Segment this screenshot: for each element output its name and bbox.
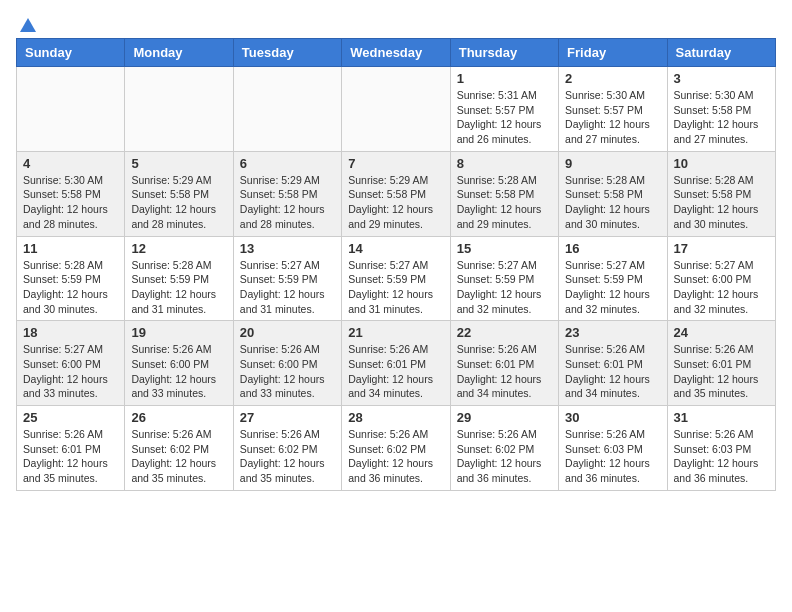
- calendar-cell: 30Sunrise: 5:26 AM Sunset: 6:03 PM Dayli…: [559, 406, 667, 491]
- calendar-cell: 18Sunrise: 5:27 AM Sunset: 6:00 PM Dayli…: [17, 321, 125, 406]
- day-number: 29: [457, 410, 552, 425]
- day-info: Sunrise: 5:27 AM Sunset: 5:59 PM Dayligh…: [565, 258, 660, 317]
- day-info: Sunrise: 5:26 AM Sunset: 6:02 PM Dayligh…: [348, 427, 443, 486]
- day-number: 10: [674, 156, 769, 171]
- day-header-monday: Monday: [125, 39, 233, 67]
- day-info: Sunrise: 5:30 AM Sunset: 5:57 PM Dayligh…: [565, 88, 660, 147]
- day-number: 11: [23, 241, 118, 256]
- day-header-sunday: Sunday: [17, 39, 125, 67]
- day-number: 16: [565, 241, 660, 256]
- day-info: Sunrise: 5:28 AM Sunset: 5:58 PM Dayligh…: [565, 173, 660, 232]
- calendar-cell: [342, 67, 450, 152]
- day-number: 14: [348, 241, 443, 256]
- day-number: 9: [565, 156, 660, 171]
- day-number: 6: [240, 156, 335, 171]
- day-info: Sunrise: 5:30 AM Sunset: 5:58 PM Dayligh…: [674, 88, 769, 147]
- day-info: Sunrise: 5:29 AM Sunset: 5:58 PM Dayligh…: [131, 173, 226, 232]
- day-info: Sunrise: 5:26 AM Sunset: 6:02 PM Dayligh…: [457, 427, 552, 486]
- day-number: 8: [457, 156, 552, 171]
- logo: [16, 16, 38, 30]
- calendar-cell: 26Sunrise: 5:26 AM Sunset: 6:02 PM Dayli…: [125, 406, 233, 491]
- day-info: Sunrise: 5:26 AM Sunset: 6:01 PM Dayligh…: [348, 342, 443, 401]
- calendar-cell: 16Sunrise: 5:27 AM Sunset: 5:59 PM Dayli…: [559, 236, 667, 321]
- calendar-cell: 14Sunrise: 5:27 AM Sunset: 5:59 PM Dayli…: [342, 236, 450, 321]
- day-number: 18: [23, 325, 118, 340]
- day-number: 20: [240, 325, 335, 340]
- calendar-cell: 12Sunrise: 5:28 AM Sunset: 5:59 PM Dayli…: [125, 236, 233, 321]
- logo-icon: [18, 16, 38, 36]
- calendar-cell: 8Sunrise: 5:28 AM Sunset: 5:58 PM Daylig…: [450, 151, 558, 236]
- day-number: 31: [674, 410, 769, 425]
- calendar-week-5: 25Sunrise: 5:26 AM Sunset: 6:01 PM Dayli…: [17, 406, 776, 491]
- day-number: 3: [674, 71, 769, 86]
- calendar-cell: 2Sunrise: 5:30 AM Sunset: 5:57 PM Daylig…: [559, 67, 667, 152]
- calendar-cell: 31Sunrise: 5:26 AM Sunset: 6:03 PM Dayli…: [667, 406, 775, 491]
- calendar-cell: [17, 67, 125, 152]
- calendar-cell: 9Sunrise: 5:28 AM Sunset: 5:58 PM Daylig…: [559, 151, 667, 236]
- day-info: Sunrise: 5:27 AM Sunset: 5:59 PM Dayligh…: [457, 258, 552, 317]
- day-number: 25: [23, 410, 118, 425]
- calendar-cell: 21Sunrise: 5:26 AM Sunset: 6:01 PM Dayli…: [342, 321, 450, 406]
- day-info: Sunrise: 5:27 AM Sunset: 6:00 PM Dayligh…: [23, 342, 118, 401]
- calendar-cell: 15Sunrise: 5:27 AM Sunset: 5:59 PM Dayli…: [450, 236, 558, 321]
- day-number: 17: [674, 241, 769, 256]
- calendar-cell: 23Sunrise: 5:26 AM Sunset: 6:01 PM Dayli…: [559, 321, 667, 406]
- calendar-cell: [233, 67, 341, 152]
- day-info: Sunrise: 5:26 AM Sunset: 6:00 PM Dayligh…: [131, 342, 226, 401]
- day-info: Sunrise: 5:30 AM Sunset: 5:58 PM Dayligh…: [23, 173, 118, 232]
- day-number: 26: [131, 410, 226, 425]
- calendar-cell: 22Sunrise: 5:26 AM Sunset: 6:01 PM Dayli…: [450, 321, 558, 406]
- calendar-cell: 1Sunrise: 5:31 AM Sunset: 5:57 PM Daylig…: [450, 67, 558, 152]
- calendar-header-row: SundayMondayTuesdayWednesdayThursdayFrid…: [17, 39, 776, 67]
- calendar-week-4: 18Sunrise: 5:27 AM Sunset: 6:00 PM Dayli…: [17, 321, 776, 406]
- day-header-saturday: Saturday: [667, 39, 775, 67]
- day-header-friday: Friday: [559, 39, 667, 67]
- calendar-week-3: 11Sunrise: 5:28 AM Sunset: 5:59 PM Dayli…: [17, 236, 776, 321]
- day-info: Sunrise: 5:26 AM Sunset: 6:03 PM Dayligh…: [674, 427, 769, 486]
- calendar-cell: 24Sunrise: 5:26 AM Sunset: 6:01 PM Dayli…: [667, 321, 775, 406]
- day-info: Sunrise: 5:26 AM Sunset: 6:02 PM Dayligh…: [131, 427, 226, 486]
- day-info: Sunrise: 5:26 AM Sunset: 6:00 PM Dayligh…: [240, 342, 335, 401]
- day-info: Sunrise: 5:28 AM Sunset: 5:58 PM Dayligh…: [674, 173, 769, 232]
- day-number: 22: [457, 325, 552, 340]
- calendar-cell: 5Sunrise: 5:29 AM Sunset: 5:58 PM Daylig…: [125, 151, 233, 236]
- page-header: [16, 16, 776, 30]
- day-info: Sunrise: 5:26 AM Sunset: 6:01 PM Dayligh…: [565, 342, 660, 401]
- day-info: Sunrise: 5:29 AM Sunset: 5:58 PM Dayligh…: [348, 173, 443, 232]
- day-number: 2: [565, 71, 660, 86]
- calendar-cell: 27Sunrise: 5:26 AM Sunset: 6:02 PM Dayli…: [233, 406, 341, 491]
- svg-marker-0: [20, 18, 36, 32]
- calendar-cell: 28Sunrise: 5:26 AM Sunset: 6:02 PM Dayli…: [342, 406, 450, 491]
- calendar-cell: 10Sunrise: 5:28 AM Sunset: 5:58 PM Dayli…: [667, 151, 775, 236]
- day-number: 28: [348, 410, 443, 425]
- day-header-thursday: Thursday: [450, 39, 558, 67]
- calendar-cell: 6Sunrise: 5:29 AM Sunset: 5:58 PM Daylig…: [233, 151, 341, 236]
- calendar-cell: 11Sunrise: 5:28 AM Sunset: 5:59 PM Dayli…: [17, 236, 125, 321]
- calendar-cell: 19Sunrise: 5:26 AM Sunset: 6:00 PM Dayli…: [125, 321, 233, 406]
- calendar-table: SundayMondayTuesdayWednesdayThursdayFrid…: [16, 38, 776, 491]
- day-number: 13: [240, 241, 335, 256]
- calendar-cell: 20Sunrise: 5:26 AM Sunset: 6:00 PM Dayli…: [233, 321, 341, 406]
- calendar-cell: 25Sunrise: 5:26 AM Sunset: 6:01 PM Dayli…: [17, 406, 125, 491]
- calendar-cell: 7Sunrise: 5:29 AM Sunset: 5:58 PM Daylig…: [342, 151, 450, 236]
- day-number: 5: [131, 156, 226, 171]
- calendar-cell: [125, 67, 233, 152]
- day-info: Sunrise: 5:29 AM Sunset: 5:58 PM Dayligh…: [240, 173, 335, 232]
- day-header-tuesday: Tuesday: [233, 39, 341, 67]
- day-info: Sunrise: 5:27 AM Sunset: 5:59 PM Dayligh…: [348, 258, 443, 317]
- calendar-cell: 3Sunrise: 5:30 AM Sunset: 5:58 PM Daylig…: [667, 67, 775, 152]
- day-number: 7: [348, 156, 443, 171]
- day-number: 1: [457, 71, 552, 86]
- day-info: Sunrise: 5:26 AM Sunset: 6:01 PM Dayligh…: [674, 342, 769, 401]
- day-number: 12: [131, 241, 226, 256]
- day-info: Sunrise: 5:26 AM Sunset: 6:01 PM Dayligh…: [457, 342, 552, 401]
- day-header-wednesday: Wednesday: [342, 39, 450, 67]
- day-info: Sunrise: 5:26 AM Sunset: 6:02 PM Dayligh…: [240, 427, 335, 486]
- calendar-week-1: 1Sunrise: 5:31 AM Sunset: 5:57 PM Daylig…: [17, 67, 776, 152]
- day-info: Sunrise: 5:31 AM Sunset: 5:57 PM Dayligh…: [457, 88, 552, 147]
- day-number: 15: [457, 241, 552, 256]
- calendar-cell: 17Sunrise: 5:27 AM Sunset: 6:00 PM Dayli…: [667, 236, 775, 321]
- calendar-cell: 29Sunrise: 5:26 AM Sunset: 6:02 PM Dayli…: [450, 406, 558, 491]
- calendar-week-2: 4Sunrise: 5:30 AM Sunset: 5:58 PM Daylig…: [17, 151, 776, 236]
- day-number: 21: [348, 325, 443, 340]
